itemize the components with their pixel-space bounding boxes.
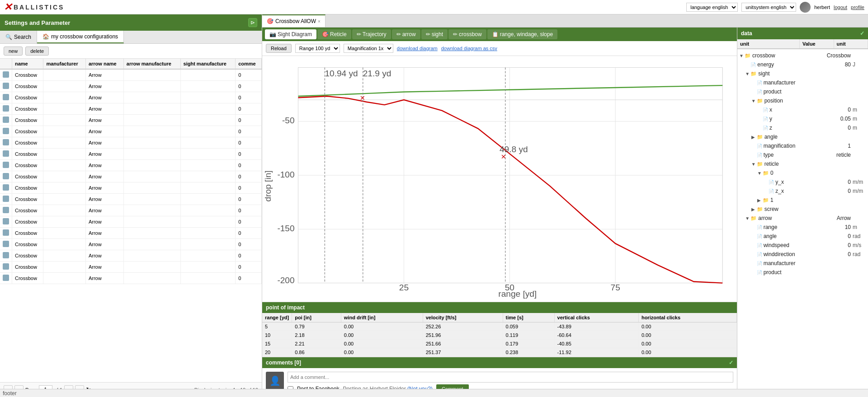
sub-tab-crossbow[interactable]: ✏ crossbow (448, 29, 486, 39)
tree-node-sight[interactable]: ▼ 📁 sight (737, 69, 868, 78)
table-row[interactable]: Crossbow Arrow 0 (0, 137, 262, 149)
sub-tab-trajectory[interactable]: ✏ Trajectory (352, 29, 391, 39)
table-row[interactable]: Crossbow Arrow 0 (0, 171, 262, 182)
poi-col-h-clicks: horizontal clicks (638, 313, 736, 322)
tree-node-screw[interactable]: ▶ 📁 screw (737, 205, 868, 214)
tree-toggle-icon[interactable]: ▼ (751, 98, 757, 103)
poi-range: 20 (262, 348, 292, 357)
tree-indent (739, 251, 751, 257)
table-row[interactable]: Crossbow Arrow 0 (0, 103, 262, 115)
delete-button[interactable]: delete (25, 47, 49, 56)
row-icon-cell (0, 126, 12, 137)
row-sight-mfg (180, 81, 236, 92)
tab-close-icon[interactable]: × (318, 19, 321, 24)
row-arrow-mfg (123, 115, 180, 126)
commenter-avatar: 👤 (266, 372, 284, 390)
row-icon-cell (0, 171, 12, 182)
tree-node-z: 📄 z 0 m (737, 123, 868, 132)
file-icon: 📄 (757, 225, 762, 230)
download-diagram-link[interactable]: download diagram (397, 46, 438, 51)
row-sight-mfg (180, 137, 236, 149)
logout-button[interactable]: logout (834, 5, 847, 10)
table-row[interactable]: Crossbow Arrow 0 (0, 182, 262, 194)
collapse-button[interactable]: ⊳ (248, 18, 257, 27)
row-manufacturer (43, 228, 85, 239)
range-select[interactable]: Range 100 yd (295, 44, 340, 53)
poi-wind-drift: 0.00 (341, 348, 423, 357)
tree-node-1[interactable]: ▶ 📁 1 (737, 196, 868, 205)
table-row[interactable]: Crossbow Arrow 0 (0, 194, 262, 205)
row-comments: 0 (236, 182, 262, 194)
row-manufacturer (43, 81, 85, 92)
table-row[interactable]: Crossbow Arrow 0 (0, 250, 262, 262)
table-row[interactable]: Crossbow Arrow 0 (0, 115, 262, 126)
tree-node-0[interactable]: ▼ 📁 0 (737, 168, 868, 177)
tab-my-crossbow-label: my crossbow configurations (51, 33, 118, 40)
row-icon-cell (0, 250, 12, 262)
tree-node-arrow[interactable]: ▼ 📁 arrow Arrow (737, 214, 868, 223)
tree-toggle-icon[interactable]: ▶ (751, 135, 757, 140)
row-arrow-mfg (123, 126, 180, 137)
tree-label: position (764, 98, 826, 104)
table-row[interactable]: Crossbow Arrow 0 (0, 81, 262, 92)
col-arrow-name: arrow name (85, 59, 123, 69)
table-row[interactable]: Crossbow Arrow 0 (0, 262, 262, 273)
tree-toggle-icon[interactable]: ▶ (751, 207, 757, 212)
row-arrow-name: Arrow (85, 126, 123, 137)
file-icon: 📄 (757, 270, 762, 275)
sub-tab-range-windage[interactable]: 📋 range, windage, slope (487, 29, 557, 39)
tree-label: 0 (770, 170, 826, 176)
row-sight-mfg (180, 262, 236, 273)
tree-toggle-icon[interactable]: ▼ (757, 171, 763, 176)
table-row[interactable]: Crossbow Arrow 0 (0, 69, 262, 81)
tree-toggle-icon[interactable]: ▼ (745, 216, 750, 221)
tab-crossbow-allow[interactable]: 🎯 Crossbow AllOW × (262, 14, 326, 27)
tree-toggle-icon[interactable]: ▼ (745, 71, 750, 76)
table-row[interactable]: Crossbow Arrow 0 (0, 239, 262, 250)
table-row[interactable]: Crossbow Arrow 0 (0, 126, 262, 137)
sub-tab-sight[interactable]: ✏ sight (421, 29, 448, 39)
download-csv-link[interactable]: download diagram as csv (441, 46, 497, 51)
table-row[interactable]: Crossbow Arrow 0 (0, 216, 262, 228)
sub-tab-sight-diagram[interactable]: 📷 Sight Diagram (265, 29, 316, 39)
new-button[interactable]: new (4, 47, 23, 56)
table-row[interactable]: Crossbow Arrow 0 (0, 273, 262, 284)
poi-poi: 0.86 (292, 348, 341, 357)
tree-toggle-icon[interactable]: ▼ (751, 162, 757, 167)
row-arrow-mfg (123, 171, 180, 182)
svg-text:-200: -200 (277, 276, 294, 285)
folder-icon: 📁 (757, 161, 763, 167)
table-row[interactable]: Crossbow Arrow 0 (0, 92, 262, 103)
profile-button[interactable]: profile (851, 5, 864, 10)
tab-my-crossbow[interactable]: 🏠 my crossbow configurations (37, 31, 124, 43)
row-name: Crossbow (12, 205, 43, 216)
table-row[interactable]: Crossbow Arrow 0 (0, 149, 262, 160)
magnification-select[interactable]: Magnification 1x (344, 44, 393, 53)
tree-toggle-icon[interactable]: ▶ (757, 198, 763, 203)
tree-node-position[interactable]: ▼ 📁 position (737, 96, 868, 105)
row-manufacturer (43, 103, 85, 115)
tree-node-reticle[interactable]: ▼ 📁 reticle (737, 159, 868, 168)
tree-toggle-icon[interactable]: ▼ (739, 53, 745, 58)
tree-node-range: 📄 range 10 m (737, 223, 868, 232)
row-arrow-mfg (123, 194, 180, 205)
unitsystem-select[interactable]: unitsystem english (741, 3, 796, 12)
tree-value: 1 (826, 143, 853, 149)
poi-row: 15 2.21 0.00 251.66 0.179 -40.85 0.00 (262, 340, 737, 348)
tree-indent (739, 224, 751, 230)
tree-unit: rad (853, 233, 866, 239)
poi-h-clicks: 0.00 (638, 340, 736, 348)
language-select[interactable]: language english (686, 3, 738, 12)
reload-button[interactable]: Reload (266, 44, 292, 53)
tree-node-angle[interactable]: ▶ 📁 angle (737, 132, 868, 141)
tree-label: angle (764, 134, 826, 140)
table-row[interactable]: Crossbow Arrow 0 (0, 205, 262, 216)
table-row[interactable]: Crossbow Arrow 0 (0, 160, 262, 171)
comment-text-input[interactable] (288, 372, 733, 383)
row-name: Crossbow (12, 69, 43, 81)
tree-node-crossbow[interactable]: ▼ 📁 crossbow Crossbow (737, 51, 868, 60)
sub-tab-reticle[interactable]: 🎯 Reticle (317, 29, 351, 39)
tab-search[interactable]: 🔍 Search (0, 31, 37, 43)
sub-tab-arrow[interactable]: ✏ arrow (392, 29, 420, 39)
table-row[interactable]: Crossbow Arrow 0 (0, 228, 262, 239)
